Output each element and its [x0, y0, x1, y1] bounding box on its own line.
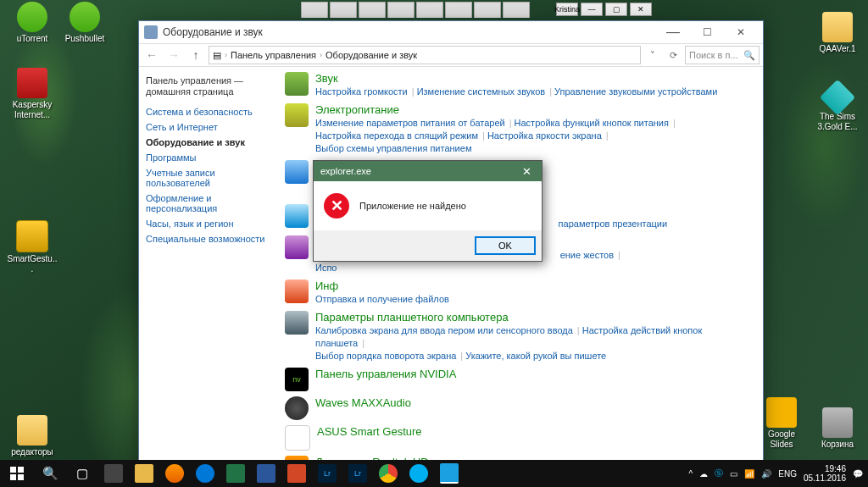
desktop-icon-trash[interactable]: Корзина — [812, 407, 863, 450]
tray-volume-icon[interactable]: 🔊 — [761, 469, 771, 479]
taskbar-app-excel[interactable] — [220, 460, 251, 487]
category-title[interactable]: Электропитание — [315, 103, 754, 116]
taskbar: 🔍 ▢ Lr Lr ^ ☁ Ⓢ ▭ 📶 🔊 ENG 19:46 — [0, 460, 868, 487]
desktop-icon-qaaver[interactable]: QAAVer.1 — [812, 12, 863, 54]
link[interactable]: Изменение параметров питания от батарей — [315, 118, 505, 128]
up-button[interactable]: ↑ — [186, 46, 205, 64]
category-title[interactable]: Панель управления NVIDIA — [315, 368, 754, 380]
dropdown-icon[interactable]: ˅ — [644, 50, 661, 61]
nvidia-icon: nv — [285, 368, 309, 391]
category-title[interactable]: ASUS Smart Gesture — [317, 425, 754, 438]
link[interactable]: Настройка громкости — [315, 86, 408, 97]
sidebar-item-appearance[interactable]: Оформление и персонализация — [146, 191, 273, 216]
sidebar-item-network[interactable]: Сеть и Интернет — [146, 119, 273, 135]
titlebar[interactable]: Оборудование и звук — ☐ ✕ — [139, 21, 763, 43]
taskbar-app-edge[interactable] — [190, 460, 220, 487]
sidebar-item-system[interactable]: Система и безопасность — [146, 104, 273, 119]
desktop-icon-editors[interactable]: редакторы — [7, 415, 58, 457]
tablet-icon — [285, 311, 309, 335]
tray-cloud-icon[interactable]: ☁ — [699, 469, 708, 479]
category-power: Электропитание Изменение параметров пита… — [285, 103, 754, 155]
desktop-icon-utorrent[interactable]: uTorrent — [7, 2, 58, 44]
breadcrumb-item[interactable]: Панель управления — [231, 50, 316, 60]
control-panel-home[interactable]: Панель управления — домашняя страница — [146, 75, 273, 97]
sidebar-item-clock[interactable]: Часы, язык и регион — [146, 216, 273, 231]
taskbar-app-firefox[interactable] — [159, 460, 190, 487]
category-nvidia: nvПанель управления NVIDIA — [285, 368, 754, 391]
category-title[interactable]: Waves MAXXAudio — [315, 396, 754, 409]
start-button[interactable] — [0, 460, 34, 487]
link[interactable]: параметров презентации — [559, 219, 667, 229]
desktop-icon-sims[interactable]: The Sims 3.Gold E... — [812, 85, 863, 132]
dialog-close-button[interactable]: ✕ — [511, 161, 542, 181]
taskbar-app-powerpoint[interactable] — [281, 460, 312, 487]
search-icon: 🔍 — [743, 50, 755, 61]
taskview-button[interactable]: ▢ — [66, 460, 98, 487]
search-input[interactable]: Поиск в п...🔍 — [685, 46, 760, 64]
link[interactable]: Настройка перехода в спящий режим — [315, 130, 478, 141]
taskbar-app-skype[interactable] — [403, 460, 434, 487]
desktop-icon-gslides[interactable]: Google Slides — [756, 397, 807, 450]
window-title: Оборудование и звук — [163, 26, 263, 38]
pen-icon — [285, 235, 309, 259]
taskbar-app-active[interactable] — [434, 460, 465, 487]
system-tray: ^ ☁ Ⓢ ▭ 📶 🔊 ENG 19:46 05.11.2016 💬 — [689, 464, 868, 483]
taskbar-app-lightroom[interactable]: Lr — [312, 460, 342, 487]
category-title[interactable]: Звук — [315, 72, 754, 85]
category-title[interactable]: Параметры планшетного компьютера — [315, 311, 754, 324]
document-icon — [285, 425, 310, 451]
desktop-icon-smartgesture[interactable]: SmartGestu... — [7, 220, 58, 274]
category-title[interactable]: Инф — [315, 279, 754, 292]
desktop-icon-pushbullet[interactable]: Pushbullet — [59, 2, 110, 44]
breadcrumb-item[interactable]: Оборудование и звук — [326, 50, 417, 60]
back-button[interactable]: ← — [142, 46, 161, 64]
link[interactable]: Выбор схемы управления питанием — [315, 143, 471, 153]
sidebar-item-hardware[interactable]: Оборудование и звук — [146, 135, 273, 150]
forward-button[interactable]: → — [164, 46, 183, 64]
background-window-controls: Kristina—▢✕ — [556, 3, 652, 16]
desktop-icon-kaspersky[interactable]: Kaspersky Internet... — [7, 68, 58, 120]
link[interactable]: Испо — [315, 263, 337, 273]
monitor-icon — [285, 160, 309, 184]
taskbar-app-folder[interactable] — [129, 460, 159, 487]
navbar: ← → ↑ ▤ › Панель управления › Оборудован… — [139, 43, 763, 67]
background-user-label: Kristina — [556, 3, 578, 16]
sidebar-item-users[interactable]: Учетные записи пользователей — [146, 165, 273, 191]
tray-time: 19:46 — [804, 464, 846, 473]
link[interactable]: Калибровка экрана для ввода пером или се… — [315, 325, 573, 335]
ok-button[interactable]: OK — [476, 237, 535, 254]
refresh-button[interactable]: ⟳ — [665, 50, 682, 61]
search-button[interactable]: 🔍 — [34, 460, 66, 487]
error-dialog: explorer.exe ✕ ✕ Приложение не найдено O… — [313, 160, 542, 262]
taskbar-app-lightroom2[interactable]: Lr — [342, 460, 373, 487]
link[interactable]: Выбор порядка поворота экрана — [315, 351, 456, 361]
link[interactable]: Настройка функций кнопок питания — [515, 118, 669, 128]
sidebar: Панель управления — домашняя страница Си… — [139, 67, 280, 464]
window-icon — [144, 25, 158, 39]
link[interactable]: Управление звуковыми устройствами — [554, 86, 717, 97]
tray-battery-icon[interactable]: ▭ — [730, 469, 737, 479]
link[interactable]: Отправка и получение файлов — [315, 294, 449, 304]
tray-clock[interactable]: 19:46 05.11.2016 — [804, 464, 846, 483]
tray-chevron-up-icon[interactable]: ^ — [689, 469, 693, 479]
breadcrumb[interactable]: ▤ › Панель управления › Оборудование и з… — [209, 46, 641, 64]
tray-language[interactable]: ENG — [778, 469, 797, 479]
link[interactable]: ение жестов — [560, 250, 614, 260]
dialog-titlebar[interactable]: explorer.exe ✕ — [314, 161, 542, 181]
battery-icon — [285, 103, 309, 127]
link[interactable]: Изменение системных звуков — [417, 86, 546, 97]
chevron-right-icon: › — [320, 51, 322, 59]
taskbar-app-chrome[interactable] — [373, 460, 403, 487]
sidebar-item-programs[interactable]: Программы — [146, 150, 273, 165]
taskbar-app-store[interactable] — [98, 460, 129, 487]
maximize-button[interactable]: ☐ — [690, 21, 724, 43]
minimize-button[interactable]: — — [656, 21, 690, 43]
close-button[interactable]: ✕ — [724, 21, 758, 43]
tray-skype-icon[interactable]: Ⓢ — [715, 468, 723, 479]
notifications-button[interactable]: 💬 — [853, 469, 863, 479]
link[interactable]: Укажите, какой рукой вы пишете — [465, 351, 606, 361]
sidebar-item-accessibility[interactable]: Специальные возможности — [146, 231, 273, 246]
link[interactable]: Настройка яркости экрана — [487, 130, 602, 141]
tray-wifi-icon[interactable]: 📶 — [744, 469, 754, 479]
taskbar-app-word[interactable] — [251, 460, 281, 487]
